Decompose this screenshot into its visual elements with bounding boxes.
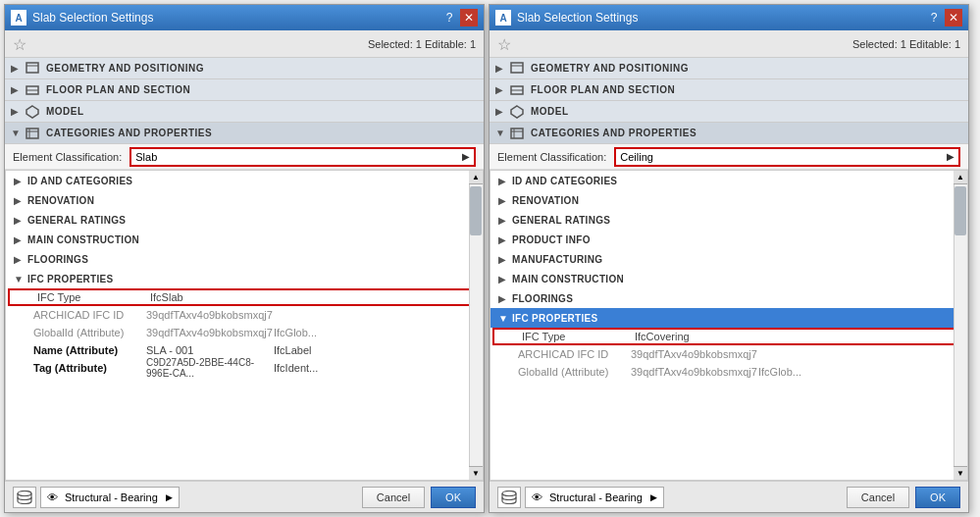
svg-rect-9 (511, 63, 523, 73)
dialog-title-2: Slab Selection Settings (517, 11, 925, 25)
scrollbar-1[interactable]: ▲ ▼ (469, 171, 483, 480)
scroll-thumb-1[interactable] (470, 186, 482, 235)
favorite-icon-2[interactable]: ☆ (497, 35, 515, 53)
app-icon-2: A (495, 10, 511, 26)
tree-general-ratings-1[interactable]: ▶ GENERAL RATINGS (6, 210, 483, 230)
dialog-2: A Slab Selection Settings ? ✕ ☆ Selected… (489, 4, 969, 513)
geometry-icon-1 (25, 61, 40, 77)
scroll-down-1[interactable]: ▼ (469, 466, 483, 480)
scroll-down-2[interactable]: ▼ (954, 466, 967, 480)
svg-marker-4 (26, 106, 38, 118)
ifc-archicad-row-2[interactable]: ARCHICAD IFC ID 39qdfTAxv4o9bkobsmxqj7 (490, 345, 967, 363)
section-floor-arrow-1: ▶ (11, 84, 21, 95)
tree-floorings-2[interactable]: ▶ FLOORINGS (490, 288, 967, 308)
selected-info-2: Selected: 1 Editable: 1 (852, 38, 960, 50)
ifc-type-row-1[interactable]: IFC Type IfcSlab (8, 288, 481, 306)
title-controls-2: ? ✕ (925, 9, 962, 26)
close-button-2[interactable]: ✕ (945, 9, 962, 26)
tree-main-construction-2[interactable]: ▶ MAIN CONSTRUCTION (490, 269, 967, 288)
ec-dropdown-1[interactable]: Slab ▶ (129, 147, 476, 167)
ec-dropdown-2[interactable]: Ceiling ▶ (614, 147, 960, 167)
section-arrow-1: ▶ (11, 63, 21, 74)
floor-icon-1 (25, 82, 40, 98)
svg-marker-13 (511, 106, 523, 118)
scroll-thumb-2[interactable] (954, 186, 966, 235)
ifc-archicad-row-1[interactable]: ARCHICAD IFC ID 39qdfTAxv4o9bkobsmxqj7 (6, 306, 483, 324)
tree-ifc-props-2[interactable]: ▼ IFC PROPERTIES (490, 308, 967, 328)
footer-dropdown-1[interactable]: 👁 Structural - Bearing ▶ (40, 487, 180, 508)
close-button-1[interactable]: ✕ (460, 9, 478, 26)
tree-renovation-2[interactable]: ▶ RENOVATION (490, 190, 967, 210)
scrollbar-2[interactable]: ▲ ▼ (954, 171, 967, 480)
svg-rect-14 (511, 129, 523, 138)
section-model-1[interactable]: ▶ MODEL (5, 101, 484, 123)
eye-icon-2: 👁 (532, 491, 542, 503)
dialog-body-2: ▶ GEOMETRY AND POSITIONING ▶ FLOOR PLAN … (490, 58, 968, 481)
ec-row-2: Element Classification: Ceiling ▶ (490, 144, 968, 170)
section-cat-label-2: CATEGORIES AND PROPERTIES (531, 128, 696, 138)
help-button-1[interactable]: ? (440, 9, 458, 26)
ec-value-2: Ceiling (620, 151, 653, 163)
ok-button-1[interactable]: OK (431, 487, 476, 508)
cancel-button-2[interactable]: Cancel (847, 487, 909, 508)
eye-icon-1: 👁 (47, 491, 58, 503)
section-model-label-1: MODEL (46, 106, 84, 117)
svg-rect-5 (26, 129, 38, 138)
section-categories-2[interactable]: ▼ CATEGORIES AND PROPERTIES (490, 123, 968, 144)
tree-product-info-2[interactable]: ▶ PRODUCT INFO (490, 230, 967, 249)
footer-left-2: 👁 Structural - Bearing ▶ (497, 487, 664, 508)
tree-renovation-1[interactable]: ▶ RENOVATION (6, 190, 483, 210)
footer-dropdown-2[interactable]: 👁 Structural - Bearing ▶ (525, 487, 664, 508)
model-icon-1 (25, 104, 40, 120)
ifc-type-label-1: IFC Type (37, 291, 150, 303)
floor-icon-2 (509, 82, 525, 98)
help-button-2[interactable]: ? (925, 9, 943, 26)
cat-icon-1 (25, 126, 40, 141)
ec-value-1: Slab (135, 151, 157, 163)
scroll-up-2[interactable]: ▲ (954, 171, 967, 184)
section-model-arrow-1: ▶ (11, 106, 21, 117)
cat-icon-2 (509, 126, 525, 141)
favorite-icon-1[interactable]: ☆ (13, 35, 30, 53)
ec-arrow-2: ▶ (947, 151, 954, 162)
ifc-globalid-row-2[interactable]: GlobalId (Attribute) 39qdfTAxv4o9bkobsmx… (490, 363, 967, 381)
section-cat-arrow-1: ▼ (11, 128, 21, 138)
db-icon-btn-1[interactable] (13, 487, 36, 508)
tree-id-categories-2[interactable]: ▶ ID AND CATEGORIES (490, 171, 967, 190)
footer-dropdown-label-1: Structural - Bearing (65, 491, 158, 503)
tree-ifc-props-1[interactable]: ▼ IFC PROPERTIES (6, 269, 483, 288)
app-icon-1: A (11, 10, 26, 26)
section-categories-1[interactable]: ▼ CATEGORIES AND PROPERTIES (5, 123, 484, 144)
tree-manufacturing-2[interactable]: ▶ MANUFACTURING (490, 249, 967, 269)
footer-dd-arrow-1: ▶ (166, 492, 173, 502)
section-cat-label-1: CATEGORIES AND PROPERTIES (46, 128, 212, 138)
ifc-tag-row-1[interactable]: Tag (Attribute) C9D27A5D-2BBE-44C8-996E-… (6, 359, 483, 377)
dialog-footer-2: 👁 Structural - Bearing ▶ Cancel OK (490, 481, 968, 512)
section-geometry-2[interactable]: ▶ GEOMETRY AND POSITIONING (490, 58, 968, 79)
dialog-header-1: ☆ Selected: 1 Editable: 1 (5, 30, 484, 58)
footer-dropdown-label-2: Structural - Bearing (549, 491, 643, 503)
db-icon-btn-2[interactable] (497, 487, 521, 508)
tree-general-ratings-2[interactable]: ▶ GENERAL RATINGS (490, 210, 967, 230)
ec-label-2: Element Classification: (497, 151, 606, 163)
tree-floorings-1[interactable]: ▶ FLOORINGS (6, 249, 483, 269)
ifc-type-row-2[interactable]: IFC Type IfcCovering (492, 328, 965, 345)
ifc-type-value-1: IfcSlab (150, 291, 278, 303)
ifc-type-value-2: IfcCovering (635, 331, 762, 342)
title-bar-2: A Slab Selection Settings ? ✕ (490, 5, 968, 30)
section-floor-1[interactable]: ▶ FLOOR PLAN AND SECTION (5, 79, 484, 101)
svg-point-17 (502, 491, 516, 495)
footer-left-1: 👁 Structural - Bearing ▶ (13, 487, 180, 508)
cancel-button-1[interactable]: Cancel (362, 487, 425, 508)
ifc-globalid-row-1[interactable]: GlobalId (Attribute) 39qdfTAxv4o9bkobsmx… (6, 324, 483, 341)
title-bar-1: A Slab Selection Settings ? ✕ (5, 5, 484, 30)
scroll-up-1[interactable]: ▲ (469, 171, 483, 184)
section-geometry-1[interactable]: ▶ GEOMETRY AND POSITIONING (5, 58, 484, 79)
ok-button-2[interactable]: OK (915, 487, 960, 508)
section-model-2[interactable]: ▶ MODEL (490, 101, 968, 123)
tree-id-categories-1[interactable]: ▶ ID AND CATEGORIES (6, 171, 483, 190)
selected-info-1: Selected: 1 Editable: 1 (368, 38, 476, 50)
section-model-label-2: MODEL (531, 106, 569, 117)
tree-main-construction-1[interactable]: ▶ MAIN CONSTRUCTION (6, 230, 483, 249)
section-floor-2[interactable]: ▶ FLOOR PLAN AND SECTION (490, 79, 968, 101)
